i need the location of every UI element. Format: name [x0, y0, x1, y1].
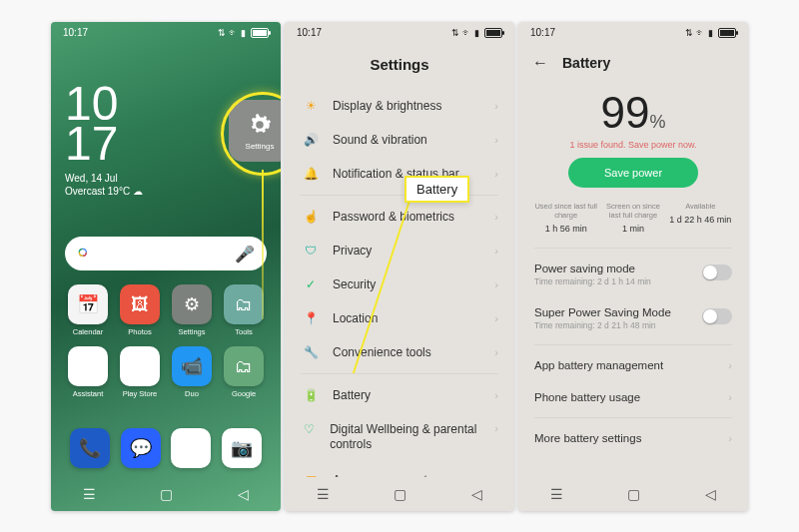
status-bar: 10:17 ⇅ ᯤ ▮ — [285, 22, 514, 44]
app-assistant[interactable]: ✦Assistant — [65, 346, 111, 398]
status-icons: ⇅ ᯤ ▮ — [218, 28, 269, 38]
battery-screen: 10:17 ⇅ ᯤ ▮ ← Battery 99% 1 issue found.… — [518, 22, 748, 511]
nav-back-icon[interactable]: ◁ — [705, 486, 716, 502]
status-icons: ⇅ ᯤ ▮ — [451, 28, 502, 38]
battery-icon — [718, 28, 736, 38]
nav-home-icon[interactable]: ▢ — [394, 486, 406, 502]
chevron-right-icon: › — [494, 389, 498, 401]
stat-col: Screen on since last full charge1 min — [599, 202, 666, 234]
app-label: Calendar — [65, 327, 111, 336]
sun-icon: ☀ — [301, 99, 321, 113]
nav-home-icon[interactable]: ▢ — [160, 486, 173, 502]
settings-item-label: App management — [333, 473, 427, 477]
highlight-line — [262, 170, 264, 319]
chevron-right-icon: › — [494, 211, 498, 223]
settings-item-display[interactable]: ☀Display & brightness› — [285, 89, 514, 123]
stat-col: Available1 d 22 h 46 min — [667, 202, 734, 234]
settings-item-battery[interactable]: 🔋Battery› — [285, 378, 514, 412]
app-icon: 📅 — [68, 284, 108, 324]
nav-menu-icon[interactable]: ☰ — [317, 486, 330, 502]
weather-label[interactable]: Overcast 19°C ☁ — [65, 186, 267, 197]
app-icon: ⚙ — [172, 284, 212, 324]
dock-app[interactable]: 💬 — [121, 428, 161, 468]
app-tools[interactable]: 🗂Tools — [221, 284, 267, 336]
grid-icon: ▦ — [301, 473, 321, 477]
app-icon: 🗂 — [224, 284, 264, 324]
dock-app[interactable]: 📞 — [70, 428, 110, 468]
chevron-right-icon: › — [494, 346, 498, 358]
app-label: Tools — [221, 327, 267, 336]
battery-icon — [251, 28, 269, 38]
vpn-icon: ⇅ — [451, 28, 459, 38]
nav-bar: ☰ ▢ ◁ — [518, 477, 748, 511]
cloud-icon: ☁ — [133, 186, 143, 197]
back-icon[interactable]: ← — [532, 54, 548, 72]
wifi-icon: ᯤ — [462, 28, 471, 38]
bell-icon: 🔔 — [301, 167, 321, 181]
settings-list[interactable]: ☀Display & brightness›🔊Sound & vibration… — [285, 89, 514, 477]
settings-item-app[interactable]: ▦App management› — [285, 463, 514, 477]
dock-app[interactable]: 🛍 — [171, 428, 211, 468]
power-saving-mode-item[interactable]: Power saving mode Time remaining: 2 d 1 … — [518, 253, 748, 296]
settings-item-digital[interactable]: ♡Digital Wellbeing & parental controls› — [285, 412, 514, 463]
date-label: Wed, 14 Jul — [65, 173, 267, 184]
app-icon: 📹 — [172, 346, 212, 386]
app-label: Google — [221, 389, 267, 398]
settings-item-security[interactable]: ✓Security› — [285, 267, 514, 301]
chevron-right-icon: › — [494, 278, 498, 290]
app-settings[interactable]: ⚙Settings — [169, 284, 215, 336]
app-google[interactable]: 🗂Google — [221, 346, 267, 398]
mic-icon[interactable]: 🎤 — [235, 245, 255, 264]
status-time: 10:17 — [63, 27, 88, 38]
dock-app[interactable]: 📷 — [222, 428, 262, 468]
stat-col: Used since last full charge1 h 56 min — [532, 202, 599, 234]
chevron-right-icon: › — [494, 474, 498, 477]
pin-icon: 📍 — [301, 311, 321, 325]
save-power-button[interactable]: Save power — [568, 158, 698, 188]
app-duo[interactable]: 📹Duo — [169, 346, 215, 398]
nav-back-icon[interactable]: ◁ — [471, 486, 482, 502]
super-power-saving-item[interactable]: Super Power Saving Mode Time remaining: … — [518, 296, 748, 340]
signal-icon: ▮ — [708, 28, 713, 38]
settings-item-label: Display & brightness — [333, 99, 441, 113]
app-label: Settings — [169, 327, 215, 336]
chevron-right-icon: › — [494, 134, 498, 146]
app-label: Play Store — [117, 389, 163, 398]
page-title: Battery — [562, 55, 610, 71]
chevron-right-icon: › — [494, 312, 498, 324]
settings-item-location[interactable]: 📍Location› — [285, 301, 514, 335]
app-photos[interactable]: 🖼Photos — [117, 284, 163, 336]
chevron-right-icon: › — [494, 245, 498, 257]
google-search-bar[interactable]: 🎤 — [65, 237, 267, 270]
settings-item-sound[interactable]: 🔊Sound & vibration› — [285, 123, 514, 157]
app-calendar[interactable]: 📅Calendar — [65, 284, 111, 336]
settings-item-privacy[interactable]: 🛡Privacy› — [285, 234, 514, 267]
settings-item-label: Convenience tools — [333, 345, 431, 359]
signal-icon: ▮ — [241, 28, 246, 38]
nav-menu-icon[interactable]: ☰ — [83, 486, 96, 502]
nav-back-icon[interactable]: ◁ — [238, 486, 249, 502]
battery-item-phone[interactable]: Phone battery usage› — [518, 381, 748, 413]
settings-item-label: Security — [333, 277, 376, 291]
settings-item-notification[interactable]: 🔔Notification & status bar› — [285, 157, 514, 191]
toggle[interactable] — [702, 265, 732, 280]
battery-stats: Used since last full charge1 h 56 minScr… — [518, 202, 748, 244]
more-battery-settings-item[interactable]: More battery settings › — [518, 422, 748, 454]
wifi-icon: ᯤ — [696, 28, 705, 38]
status-time: 10:17 — [530, 27, 555, 38]
nav-home-icon[interactable]: ▢ — [627, 486, 640, 502]
status-icons: ⇅ ᯤ ▮ — [685, 28, 736, 38]
google-icon — [77, 247, 91, 261]
battery-percent: 99% — [518, 88, 748, 138]
toggle[interactable] — [702, 308, 732, 324]
settings-item-label: Password & biometrics — [333, 210, 454, 224]
battery-item-app[interactable]: App battery management› — [518, 349, 748, 381]
chevron-right-icon: › — [728, 432, 732, 444]
battery-callout: Battery — [404, 176, 469, 203]
settings-item-convenience[interactable]: 🔧Convenience tools› — [285, 335, 514, 369]
app-icon: ▶ — [120, 346, 160, 386]
app-play-store[interactable]: ▶Play Store — [117, 346, 163, 398]
shield-icon: 🛡 — [301, 244, 321, 258]
chevron-right-icon: › — [494, 422, 498, 434]
nav-menu-icon[interactable]: ☰ — [550, 486, 563, 502]
